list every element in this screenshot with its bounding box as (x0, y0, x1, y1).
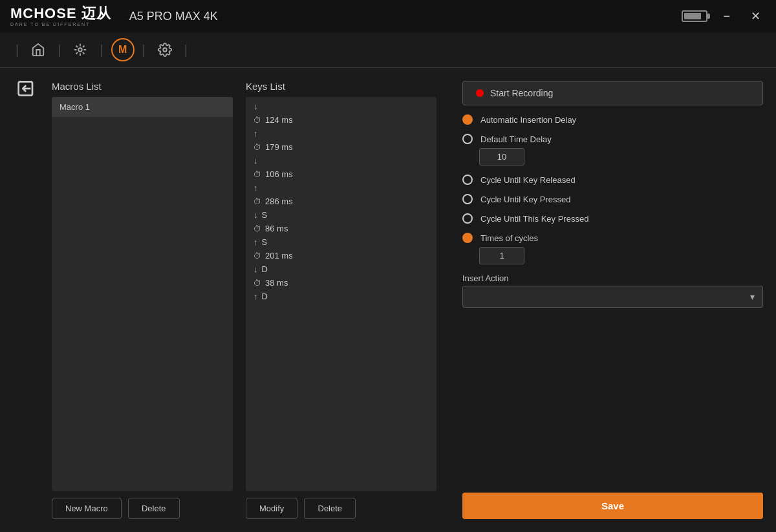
key-label: S (262, 210, 268, 220)
delete-key-button[interactable]: Delete (304, 498, 356, 519)
product-title: A5 PRO MAX 4K (129, 10, 218, 23)
macros-list: Macro 1 (52, 97, 233, 491)
chevron-down-icon: ▾ (750, 292, 755, 302)
cycle-key-released-row: Cycle Until Key Released (462, 175, 763, 185)
cycle-key-pressed-radio[interactable] (462, 194, 473, 204)
key-time-value: 38 ms (265, 278, 288, 288)
nav-dpi-icon[interactable] (69, 38, 92, 61)
svg-point-1 (163, 48, 167, 52)
battery-icon (682, 10, 707, 22)
automatic-delay-radio[interactable] (462, 114, 473, 125)
key-list-item: ↑S (246, 235, 436, 249)
nav-bar: | | | M | | (0, 32, 776, 68)
key-list-item: ⏱106 ms (246, 167, 436, 181)
cycle-key-released-label: Cycle Until Key Released (480, 175, 576, 185)
cycle-this-key-radio[interactable] (462, 213, 473, 224)
modify-button[interactable]: Modify (246, 498, 297, 519)
close-button[interactable]: ✕ (746, 6, 766, 26)
title-bar-left: MCHOSE 迈从 DARE TO BE DIFFERENT A5 PRO MA… (10, 6, 218, 27)
keys-panel: Keys List ↓⏱124 ms↑⏱179 ms↓⏱106 ms↑⏱286 … (246, 81, 436, 519)
keys-list: ↓⏱124 ms↑⏱179 ms↓⏱106 ms↑⏱286 ms↓S⏱86 ms… (246, 97, 436, 491)
key-arrow-icon: ↓ (253, 210, 258, 220)
logo-text: MCHOSE 迈从 (10, 6, 111, 21)
cycle-key-pressed-label: Cycle Until Key Pressed (480, 195, 570, 204)
key-label: S (262, 237, 268, 247)
logo: MCHOSE 迈从 DARE TO BE DIFFERENT (10, 6, 111, 27)
nav-settings-icon[interactable] (153, 38, 177, 61)
key-time-value: 106 ms (265, 169, 293, 179)
key-list-item: ⏱286 ms (246, 195, 436, 208)
default-delay-radio[interactable] (462, 134, 473, 144)
insert-action-section: Insert Action ▾ (462, 273, 763, 308)
key-list-item: ↑ (246, 127, 436, 140)
cycle-key-pressed-row: Cycle Until Key Pressed (462, 194, 763, 204)
clock-icon: ⏱ (253, 224, 261, 233)
clock-icon: ⏱ (253, 116, 261, 125)
default-delay-row: Default Time Delay (462, 134, 763, 144)
key-list-item: ⏱179 ms (246, 140, 436, 154)
key-arrow-icon: ↑ (253, 292, 258, 301)
clock-icon: ⏱ (253, 170, 261, 179)
key-list-item: ↑D (246, 290, 436, 303)
svg-point-0 (79, 48, 83, 52)
macros-buttons: New Macro Delete (52, 498, 233, 519)
default-delay-input[interactable] (479, 148, 524, 165)
back-button[interactable] (13, 74, 41, 103)
insert-action-dropdown[interactable]: ▾ (462, 286, 763, 308)
key-time-value: 179 ms (265, 142, 293, 152)
right-panel: Start Recording Automatic Insertion Dela… (449, 81, 763, 519)
insert-action-label: Insert Action (462, 273, 763, 283)
nav-sep-1: | (16, 43, 19, 58)
nav-sep-2: | (58, 43, 61, 58)
key-list-item: ⏱86 ms (246, 222, 436, 235)
times-of-cycles-radio[interactable] (462, 233, 473, 243)
cycle-this-key-label: Cycle Until This Key Pressed (480, 214, 588, 224)
nav-home-icon[interactable] (27, 38, 50, 61)
nav-sep-3: | (100, 43, 103, 58)
key-arrow-icon: ↓ (253, 156, 258, 165)
key-list-item: ↓S (246, 208, 436, 222)
times-of-cycles-input[interactable] (479, 247, 524, 264)
clock-icon: ⏱ (253, 251, 261, 261)
key-list-item: ↓ (246, 100, 436, 113)
key-label: D (262, 264, 268, 274)
key-arrow-icon: ↑ (253, 129, 258, 138)
times-of-cycles-label: Times of cycles (480, 233, 538, 243)
key-list-item: ↑ (246, 181, 436, 195)
macros-list-title: Macros List (52, 81, 233, 92)
clock-icon: ⏱ (253, 279, 261, 288)
key-arrow-icon: ↓ (253, 101, 258, 111)
key-list-item: ⏱124 ms (246, 113, 436, 127)
times-of-cycles-row: Times of cycles (462, 233, 763, 243)
key-list-item: ↓D (246, 262, 436, 276)
macro-item[interactable]: Macro 1 (52, 97, 233, 117)
logo-subtitle: DARE TO BE DIFFERENT (10, 22, 111, 27)
key-time-value: 286 ms (265, 197, 293, 206)
new-macro-button[interactable]: New Macro (52, 498, 122, 519)
nav-sep-5: | (184, 43, 188, 58)
keys-buttons: Modify Delete (246, 498, 436, 519)
nav-macro-icon[interactable]: M (111, 38, 135, 61)
key-label: D (262, 292, 268, 301)
key-list-item: ↓ (246, 154, 436, 167)
key-arrow-icon: ↑ (253, 183, 258, 193)
automatic-delay-row: Automatic Insertion Delay (462, 114, 763, 125)
default-delay-label: Default Time Delay (480, 134, 552, 144)
save-button[interactable]: Save (462, 493, 763, 519)
clock-icon: ⏱ (253, 143, 261, 152)
key-arrow-icon: ↓ (253, 264, 258, 274)
key-time-value: 124 ms (265, 115, 293, 125)
key-list-item: ⏱38 ms (246, 276, 436, 290)
start-recording-button[interactable]: Start Recording (462, 81, 763, 105)
title-bar: MCHOSE 迈从 DARE TO BE DIFFERENT A5 PRO MA… (0, 0, 776, 32)
cycle-key-released-radio[interactable] (462, 175, 473, 185)
cycle-this-key-row: Cycle Until This Key Pressed (462, 213, 763, 224)
delete-macro-button[interactable]: Delete (128, 498, 180, 519)
key-list-item: ⏱201 ms (246, 249, 436, 262)
minimize-button[interactable]: − (718, 7, 735, 26)
key-time-value: 86 ms (265, 224, 288, 233)
key-time-value: 201 ms (265, 251, 293, 261)
title-bar-controls: − ✕ (682, 6, 766, 26)
clock-icon: ⏱ (253, 197, 261, 206)
keys-list-title: Keys List (246, 81, 436, 92)
